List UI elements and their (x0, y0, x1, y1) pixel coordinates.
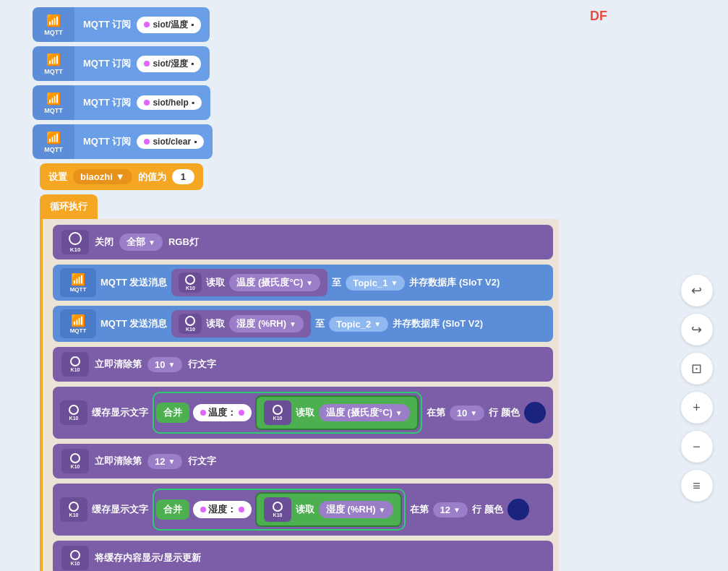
buf2-row-dropdown[interactable]: 12 ▼ (433, 502, 468, 518)
k10-icon-rgb: K10 (61, 230, 89, 254)
buf1-row-dropdown[interactable]: 10 ▼ (450, 405, 484, 421)
topic-pill-4[interactable]: siot/clear ▪ (137, 134, 204, 149)
zoom-out-button[interactable]: − (681, 431, 713, 463)
k10-icon-refresh: K10 (61, 546, 89, 570)
crop-button[interactable]: ⊡ (681, 353, 713, 385)
mqtt-body-3: MQTT 订阅 siot/help ▪ (74, 85, 210, 120)
rgb-dropdown[interactable]: 全部 ▼ (119, 233, 163, 251)
mqtt-icon-1: 📶 MQTT (33, 7, 74, 42)
df-label: DF (590, 9, 607, 24)
clear-line1-block: K10 立即清除第 10 ▼ 行文字 (53, 347, 553, 382)
canvas-area: DF 📶 MQTT MQTT 订阅 siot/温度 ▪ 📶 MQTT (0, 0, 665, 571)
mqtt-send-icon-temp: 📶 MQTT (60, 268, 96, 297)
mqtt-icon-3: 📶 MQTT (33, 85, 74, 120)
merge-label2: 合并 (156, 499, 189, 520)
read-hum-green: K10 读取 湿度 (%RH) ▼ (255, 492, 402, 527)
refresh-block: K10 将缓存内容显示/显示更新 (53, 541, 553, 571)
buf1-sensor-dropdown[interactable]: 温度 (摄氏度°C) ▼ (319, 404, 410, 421)
clear-line2-block: K10 立即清除第 12 ▼ 行文字 (53, 444, 553, 478)
redo-button[interactable]: ↪ (681, 314, 713, 345)
read-hum-block: K10 读取 湿度 (%RH) ▼ (171, 310, 311, 338)
blocks-container: 📶 MQTT MQTT 订阅 siot/温度 ▪ 📶 MQTT MQTT 订阅 (33, 0, 559, 571)
mqtt-body-2: MQTT 订阅 siot/湿度 ▪ (74, 46, 210, 81)
mqtt-subscribe-block-3: 📶 MQTT MQTT 订阅 siot/help ▪ (33, 85, 559, 120)
k10-icon-buf1-read: K10 (264, 400, 291, 425)
topic-pill-1[interactable]: siot/温度 ▪ (137, 17, 201, 33)
set-variable-block: 设置 biaozhi ▼ 的值为 1 (40, 163, 203, 190)
hum-sensor-dropdown[interactable]: 湿度 (%RH) ▼ (229, 315, 304, 332)
rgb-block: K10 关闭 全部 ▼ RGB灯 (53, 225, 553, 259)
topic-pill-2[interactable]: siot/湿度 ▪ (137, 56, 201, 72)
read-temp-block: K10 读取 温度 (摄氏度°C) ▼ (171, 269, 327, 296)
loop-header: 循环执行 (40, 194, 98, 219)
buf2-sensor-dropdown[interactable]: 湿度 (%RH) ▼ (319, 501, 393, 518)
mqtt-subscribe-block-4: 📶 MQTT MQTT 订阅 siot/clear ▪ (33, 124, 559, 159)
mqtt-send-icon-hum: 📶 MQTT (60, 309, 96, 338)
mqtt-subscribe-block-1: 📶 MQTT MQTT 订阅 siot/温度 ▪ (33, 7, 559, 42)
mqtt-body-4: MQTT 订阅 siot/clear ▪ (74, 124, 213, 159)
zoom-in-button[interactable]: + (681, 392, 713, 424)
buf2-color-circle[interactable] (508, 499, 529, 520)
inner-blocks: K10 关闭 全部 ▼ RGB灯 📶 MQTT MQTT 发送消息 (40, 219, 559, 571)
buffer1-merge-area: 合并 温度： K10 读取 (153, 392, 422, 434)
menu-button[interactable]: ≡ (681, 470, 713, 502)
mqtt-send-temp-block: 📶 MQTT MQTT 发送消息 K10 读取 温度 (摄氏度°C) ▼ (53, 265, 553, 301)
topic-dot-2 (144, 61, 150, 66)
k10-icon-buf2-read: K10 (264, 497, 291, 522)
temp-text-pill[interactable]: 温度： (193, 404, 252, 421)
buffer-display2-block: K10 缓存显示文字 合并 湿度： (53, 484, 553, 536)
clear1-num-dropdown[interactable]: 10 ▼ (147, 357, 182, 372)
k10-icon-clear1: K10 (61, 352, 89, 377)
topic-dot-3 (144, 100, 150, 106)
value-pill[interactable]: 1 (172, 169, 194, 184)
k10-icon-clear2: K10 (61, 449, 89, 473)
mqtt-send-hum-block: 📶 MQTT MQTT 发送消息 K10 读取 湿度 (%RH) ▼ (53, 306, 553, 342)
merge-label1: 合并 (156, 403, 189, 423)
right-toolbar: ↩ ↪ ⊡ + − ≡ (665, 0, 728, 571)
topic1-dropdown[interactable]: Topic_1 ▼ (346, 275, 405, 291)
undo-button[interactable]: ↩ (681, 275, 713, 306)
k10-icon-buf1: K10 (60, 400, 87, 425)
mqtt-subscribe-block-2: 📶 MQTT MQTT 订阅 siot/湿度 ▪ (33, 46, 559, 81)
loop-container: 循环执行 K10 关闭 全部 ▼ RGB灯 (40, 194, 559, 571)
temp-sensor-dropdown[interactable]: 温度 (摄氏度°C) ▼ (229, 274, 320, 291)
mqtt-icon-4: 📶 MQTT (33, 124, 74, 159)
buf1-color-circle[interactable] (524, 402, 546, 424)
k10-icon-buf2: K10 (60, 497, 87, 522)
read-temp-green: K10 读取 温度 (摄氏度°C) ▼ (255, 395, 419, 430)
topic-dot-4 (144, 139, 150, 145)
k10-icon-hum: K10 (179, 314, 202, 334)
k10-icon-temp: K10 (179, 272, 202, 293)
topic-dot-1 (144, 22, 150, 27)
hum-text-pill[interactable]: 湿度： (193, 501, 252, 518)
var-selector[interactable]: biaozhi ▼ (73, 169, 132, 184)
mqtt-body-1: MQTT 订阅 siot/温度 ▪ (74, 7, 210, 42)
buffer2-merge-area: 合并 湿度： K10 读取 (153, 489, 406, 531)
mqtt-icon-2: 📶 MQTT (33, 46, 74, 81)
topic-pill-3[interactable]: siot/help ▪ (137, 95, 202, 110)
clear2-num-dropdown[interactable]: 12 ▼ (147, 454, 182, 469)
topic2-dropdown[interactable]: Topic_2 ▼ (329, 317, 388, 332)
buffer-display1-block: K10 缓存显示文字 合并 温度： (53, 387, 553, 439)
